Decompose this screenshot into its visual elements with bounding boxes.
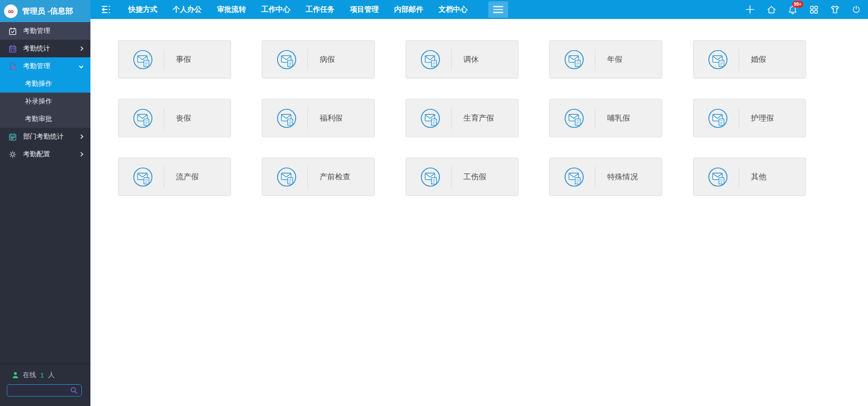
leave-card-丧假[interactable]: 丧假 [118,99,231,137]
mail-document-icon [132,49,153,72]
top-navigation: 快捷方式个人办公审批流转工作中心工作任务项目管理内部邮件文档中心 99+ [90,0,868,19]
top-nav-item-7[interactable]: 内部邮件 [394,5,423,14]
card-divider [164,108,164,129]
card-label: 特殊情况 [607,158,638,196]
card-divider [307,108,308,129]
card-divider [164,49,164,70]
user-department-title: 管理员 -信息部 [22,6,73,16]
main-content: 事假病假调休年假婚假丧假福利假生育产假哺乳假护理假流产假产前检查工伤假特殊情况其… [90,19,868,406]
sidebar-subitem-考勤操作[interactable]: 考勤操作 [0,75,90,93]
top-nav-item-3[interactable]: 审批流转 [217,5,246,14]
card-label: 福利假 [320,99,343,137]
leave-card-调休[interactable]: 调休 [406,40,519,79]
leave-card-事假[interactable]: 事假 [118,40,231,79]
mail-document-icon [132,108,153,131]
sidebar-subitem-考勤审批[interactable]: 考勤审批 [0,110,90,128]
leave-card-哺乳假[interactable]: 哺乳假 [549,99,662,137]
mail-document-icon [564,167,585,189]
card-label: 产前检查 [320,158,350,196]
logo-block: ∞ 管理员 -信息部 [0,0,90,22]
sidebar-subitem-label: 考勤审批 [25,115,52,123]
sidebar-item-label: 考勤管理 [23,27,50,35]
sidebar-collapse-icon[interactable] [100,5,111,14]
sidebar-subitem-补录操作[interactable]: 补录操作 [0,93,90,110]
online-status: 在线1人 [12,371,90,379]
leave-card-产前检查[interactable]: 产前检查 [262,158,375,196]
chevron-right-icon [79,152,84,157]
card-divider [451,167,452,188]
card-label: 丧假 [176,99,191,137]
leave-card-生育产假[interactable]: 生育产假 [406,99,519,137]
top-nav-item-5[interactable]: 工作任务 [306,5,335,14]
mail-document-icon [564,108,585,131]
apps-icon[interactable] [808,4,819,15]
menu-bar [493,6,503,7]
sidebar-item-label: 部门考勤统计 [23,132,64,141]
plus-icon[interactable] [745,4,755,15]
calendar-icon [8,44,17,53]
card-label: 护理假 [751,99,774,137]
search-icon[interactable] [70,387,78,394]
mail-document-icon [276,167,297,189]
home-icon[interactable] [766,4,777,15]
leave-card-流产假[interactable]: 流产假 [118,158,231,196]
menu-bar [493,12,503,13]
card-divider [739,167,739,188]
sidebar-search [7,384,82,397]
leave-card-病假[interactable]: 病假 [262,40,375,79]
card-divider [451,49,452,70]
leave-card-婚假[interactable]: 婚假 [693,40,806,79]
chevron-right-icon [79,47,84,51]
sidebar-item-考勤统计[interactable]: 考勤统计 [0,40,90,57]
top-nav-item-4[interactable]: 工作中心 [261,5,290,14]
file-icon [8,62,17,71]
top-nav-item-6[interactable]: 项目管理 [350,5,379,14]
card-divider [739,108,739,129]
top-nav-items: 快捷方式个人办公审批流转工作中心工作任务项目管理内部邮件文档中心 [128,5,467,14]
card-divider [164,167,164,188]
sidebar-item-考勤管理[interactable]: 考勤管理 [0,57,90,75]
theme-shirt-icon[interactable] [830,4,840,15]
card-divider [595,108,595,129]
notification-badge: 99+ [792,1,803,8]
leave-card-其他[interactable]: 其他 [693,158,806,196]
leave-card-工伤假[interactable]: 工伤假 [406,158,519,196]
sidebar-bottom-panel: 在线1人 [0,364,90,406]
mail-document-icon [276,108,297,131]
mail-document-icon [276,49,297,72]
online-unit: 人 [48,371,55,379]
card-divider [739,49,739,70]
mail-document-icon [420,49,441,72]
power-icon[interactable] [851,4,862,15]
leave-card-特殊情况[interactable]: 特殊情况 [549,158,662,196]
sidebar-item-考勤管理[interactable]: 考勤管理 [0,22,90,40]
card-divider [307,49,308,70]
card-label: 调休 [463,41,479,78]
sidebar-item-label: 考勤管理 [23,62,50,70]
top-nav-item-1[interactable]: 快捷方式 [128,5,157,14]
sidebar-subitem-label: 考勤操作 [25,79,52,88]
card-label: 事假 [176,41,191,78]
topbar-action-icons: 99+ [745,0,862,19]
card-label: 生育产假 [463,99,494,137]
card-divider [595,49,595,70]
leave-card-护理假[interactable]: 护理假 [693,99,806,137]
mail-document-icon [708,167,728,189]
app-logo-icon: ∞ [4,5,18,18]
card-divider [451,108,452,129]
card-label: 婚假 [751,41,766,78]
mail-document-icon [708,108,728,131]
sidebar-item-部门考勤统计[interactable]: 部门考勤统计 [0,128,90,145]
card-label: 其他 [751,158,766,196]
sidebar-item-考勤配置[interactable]: 考勤配置 [0,145,90,163]
top-nav-item-8[interactable]: 文档中心 [439,5,467,14]
mail-document-icon [420,167,441,189]
card-label: 流产假 [176,158,199,196]
leave-card-年假[interactable]: 年假 [549,40,662,79]
more-menu-button[interactable] [488,1,508,18]
card-label: 年假 [607,41,623,78]
online-label: 在线 [23,371,36,379]
bell-icon[interactable]: 99+ [787,4,798,15]
leave-card-福利假[interactable]: 福利假 [262,99,375,137]
top-nav-item-2[interactable]: 个人办公 [173,5,202,14]
